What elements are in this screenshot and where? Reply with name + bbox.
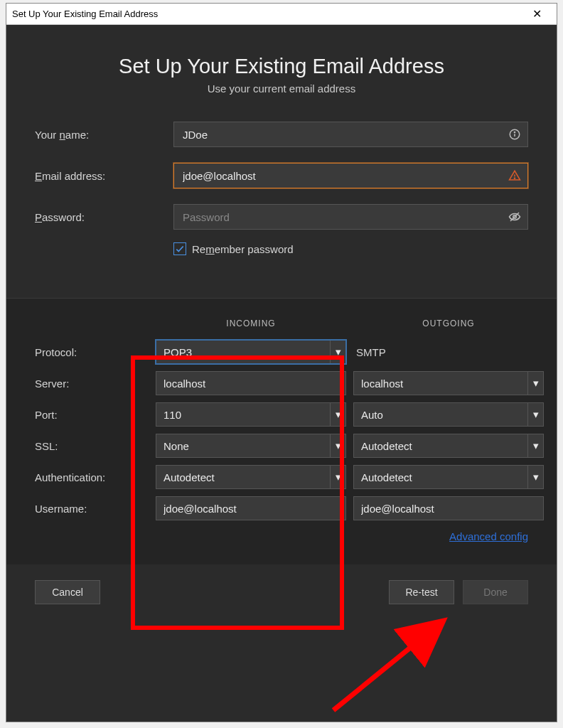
remember-row: Remember password [173,242,528,255]
incoming-port-select[interactable]: 110 ▾ [156,402,346,427]
port-label: Port: [35,409,149,421]
password-label: Password: [35,211,173,223]
incoming-protocol-select[interactable]: POP3 ▾ [156,340,346,364]
email-input[interactable] [173,163,528,188]
intro-block: Set Up Your Existing Email Address Use y… [6,25,557,114]
name-input[interactable] [173,122,528,147]
page-heading: Set Up Your Existing Email Address [21,55,542,78]
dialog-window: Set Up Your Existing Email Address ✕ Set… [6,3,557,722]
email-label: Email address: [35,170,173,182]
outgoing-protocol-text: SMTP [353,346,544,358]
server-grid: INCOMING OUTGOING Protocol: POP3 ▾ SMTP … [35,318,528,520]
svg-point-2 [514,132,515,132]
outgoing-server-select[interactable]: localhost ▾ [353,371,544,395]
server-label: Server: [35,378,149,390]
chevron-down-icon: ▾ [330,341,345,363]
chevron-down-icon: ▾ [527,434,543,457]
chevron-down-icon: ▾ [527,403,543,426]
incoming-server-input[interactable] [156,371,346,395]
retest-button[interactable]: Re-test [389,580,454,604]
advanced-config-link[interactable]: Advanced config [449,530,528,542]
ssl-label: SSL: [35,440,149,452]
dialog-content: Set Up Your Existing Email Address Use y… [6,25,557,722]
chevron-down-icon: ▾ [330,403,345,426]
annotation-arrow [305,611,461,717]
password-input[interactable] [173,204,528,230]
titlebar: Set Up Your Existing Email Address ✕ [6,4,557,25]
chevron-down-icon: ▾ [330,466,345,488]
svg-point-4 [514,178,515,178]
outgoing-username-input[interactable] [353,496,544,520]
info-icon[interactable] [508,128,521,141]
name-label: Your name: [35,129,173,141]
outgoing-auth-select[interactable]: Autodetect ▾ [353,465,544,489]
outgoing-port-select[interactable]: Auto ▾ [353,402,544,427]
incoming-ssl-select[interactable]: None ▾ [156,434,346,458]
close-button[interactable]: ✕ [522,7,551,21]
incoming-auth-select[interactable]: Autodetect ▾ [156,465,346,489]
page-subheading: Use your current email address [21,82,542,95]
name-row: Your name: [35,122,528,147]
protocol-label: Protocol: [35,346,149,358]
email-row: Email address: [35,163,528,188]
cancel-button[interactable]: Cancel [35,580,100,604]
server-settings-panel: INCOMING OUTGOING Protocol: POP3 ▾ SMTP … [6,298,557,564]
username-label: Username: [35,503,149,515]
done-button[interactable]: Done [463,580,528,604]
password-row: Password: [35,204,528,230]
remember-checkbox[interactable] [173,242,186,255]
auth-label: Authentication: [35,471,149,483]
remember-label: Remember password [192,243,294,255]
account-form: Your name: Email address: [6,114,557,277]
chevron-down-icon: ▾ [527,466,543,488]
eye-off-icon[interactable] [508,210,521,223]
incoming-header: INCOMING [156,318,346,333]
outgoing-ssl-select[interactable]: Autodetect ▾ [353,434,544,458]
button-bar: Cancel Re-test Done [6,564,557,619]
warning-icon [508,169,521,182]
svg-line-8 [333,623,440,710]
outgoing-header: OUTGOING [353,318,544,333]
incoming-username-input[interactable] [156,496,346,520]
chevron-down-icon: ▾ [330,434,345,457]
chevron-down-icon: ▾ [527,372,543,395]
window-title: Set Up Your Existing Email Address [12,9,522,19]
